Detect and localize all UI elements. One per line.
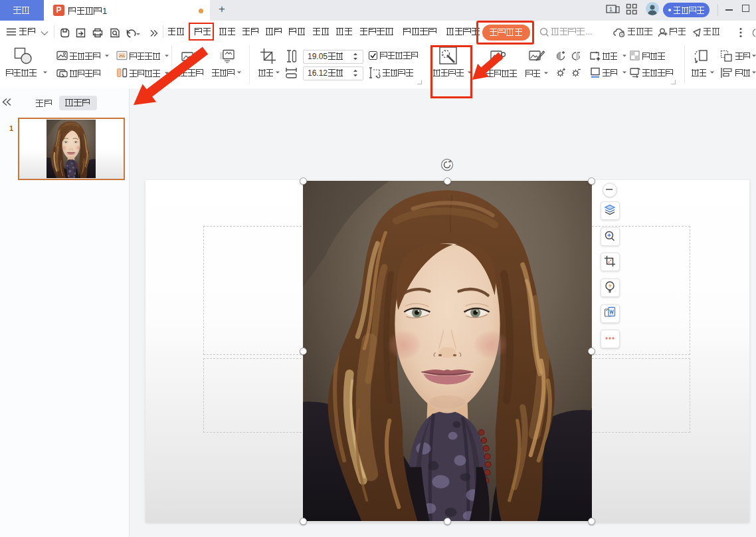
- svg-text:1: 1: [609, 6, 613, 13]
